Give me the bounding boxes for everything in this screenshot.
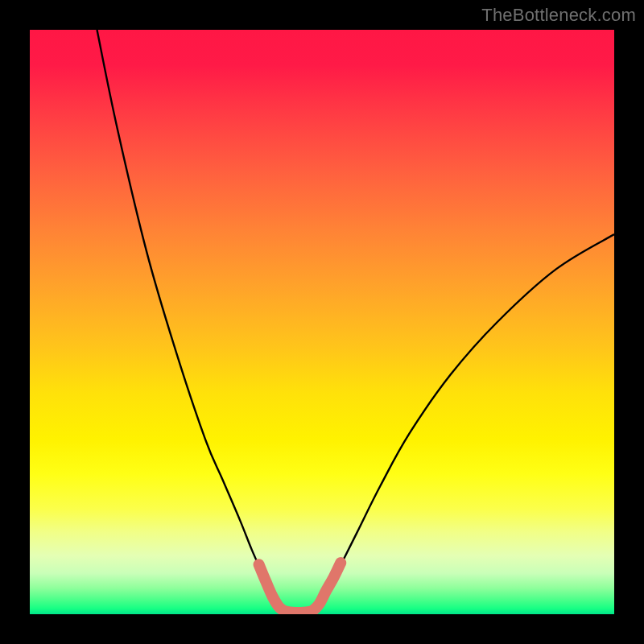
series-trough-plateau-left <box>259 564 285 611</box>
chart-frame: TheBottleneck.com <box>0 0 644 644</box>
curve-layer <box>30 30 614 614</box>
series-right-curve <box>313 234 614 612</box>
plot-area <box>30 30 614 614</box>
series-left-curve <box>97 30 283 612</box>
watermark-text: TheBottleneck.com <box>481 5 636 26</box>
series-trough-plateau-right <box>312 563 341 611</box>
